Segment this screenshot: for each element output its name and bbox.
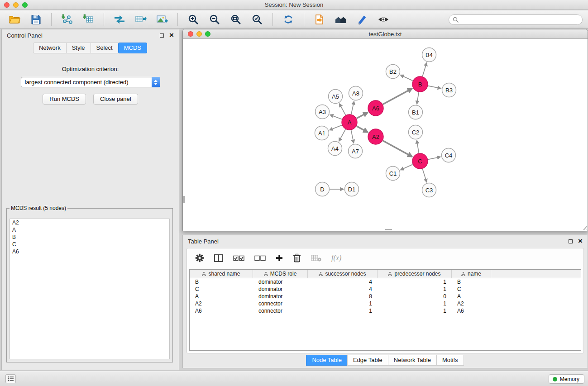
panel-toggle-button[interactable] (5, 374, 16, 383)
network-edge[interactable] (428, 157, 440, 160)
column-header[interactable]: name (452, 270, 491, 278)
network-view-window[interactable]: testGlobe.txt B4B2BB3A8A5A6A3B1AC2A1A2A4… (182, 29, 588, 231)
result-item[interactable]: B (10, 234, 169, 241)
close-network-window-button[interactable] (188, 31, 193, 37)
resize-grip-icon[interactable] (582, 225, 587, 230)
network-edge[interactable] (339, 129, 345, 141)
horizontal-scroll-thumb[interactable] (385, 229, 392, 230)
zoom-window-button[interactable] (22, 2, 28, 8)
close-table-panel-icon[interactable]: × (578, 238, 583, 244)
table-cell[interactable]: 8 (308, 293, 378, 300)
column-header[interactable]: predecessor nodes (378, 270, 452, 278)
tab-network-table[interactable]: Network Table (388, 355, 437, 366)
column-header[interactable]: shared name (190, 270, 253, 278)
network-node[interactable]: B (412, 76, 428, 92)
zoom-in-button[interactable] (184, 12, 202, 27)
network-node[interactable]: A5 (329, 90, 343, 104)
table-cell[interactable]: B (190, 279, 253, 285)
network-edge[interactable] (422, 169, 426, 182)
zoom-network-window-button[interactable] (205, 31, 210, 37)
criterion-dropdown[interactable]: largest connected component (directed) (21, 77, 160, 87)
search-input[interactable] (461, 16, 578, 23)
network-edge[interactable] (422, 63, 426, 76)
table-cell[interactable]: B (452, 279, 491, 285)
result-item[interactable]: A6 (10, 248, 169, 255)
tab-network[interactable]: Network (33, 43, 67, 53)
save-session-button[interactable] (27, 12, 45, 27)
table-row[interactable]: A2connector11A2 (190, 300, 581, 307)
network-edge[interactable] (351, 130, 354, 143)
column-header[interactable]: MCDS role (253, 270, 308, 278)
network-node[interactable]: A6 (368, 100, 383, 116)
apply-layout-button[interactable] (279, 12, 297, 27)
result-item[interactable]: C (10, 241, 169, 248)
minimize-network-window-button[interactable] (196, 31, 202, 37)
network-node[interactable]: A4 (328, 142, 342, 156)
network-edge[interactable] (351, 101, 354, 114)
function-builder-button[interactable]: f(x) (331, 254, 341, 262)
table-cell[interactable]: 4 (308, 279, 378, 285)
mcds-result-list[interactable]: A2ABCA6 (10, 219, 170, 359)
network-node[interactable]: B4 (422, 48, 436, 62)
result-item[interactable]: A2 (10, 219, 169, 226)
table-cell[interactable]: A6 (452, 308, 491, 314)
table-cell[interactable]: connector (253, 300, 308, 307)
network-node[interactable]: C1 (386, 167, 400, 181)
export-image-button[interactable] (153, 12, 171, 27)
network-node[interactable]: C2 (409, 125, 423, 139)
table-cell[interactable]: 1 (378, 286, 452, 292)
table-cell[interactable]: 4 (308, 286, 378, 292)
tab-style[interactable]: Style (66, 43, 91, 53)
network-node[interactable]: C4 (442, 148, 456, 162)
network-node[interactable]: C (412, 153, 428, 169)
network-window-titlebar[interactable]: testGlobe.txt (183, 29, 588, 39)
table-cell[interactable]: A6 (190, 308, 253, 314)
table-cell[interactable]: 1 (378, 308, 452, 314)
table-cell[interactable]: C (452, 286, 491, 292)
table-cell[interactable]: connector (253, 308, 308, 314)
annotation-mode-button[interactable] (353, 12, 371, 27)
network-node[interactable]: D (316, 182, 330, 196)
unselect-all-columns-button[interactable] (254, 255, 266, 261)
network-edge[interactable] (330, 125, 342, 130)
network-edge[interactable] (428, 86, 441, 89)
zoom-out-button[interactable] (206, 12, 224, 27)
document-export-button[interactable] (311, 12, 329, 27)
column-header[interactable]: successor nodes (308, 270, 378, 278)
table-cell[interactable]: 1 (378, 279, 452, 285)
network-node[interactable]: A1 (315, 126, 329, 140)
show-columns-button[interactable] (214, 254, 223, 262)
network-edge[interactable] (401, 75, 413, 81)
table-cell[interactable]: dominator (253, 293, 308, 300)
create-column-button[interactable] (276, 254, 283, 262)
table-cell[interactable]: A2 (452, 300, 491, 307)
delete-column-button[interactable] (293, 253, 301, 262)
table-cell[interactable]: dominator (253, 279, 308, 285)
close-panel-icon[interactable]: × (169, 33, 174, 38)
table-cell[interactable]: 1 (308, 308, 378, 314)
export-table-button[interactable] (132, 12, 150, 27)
network-node[interactable]: D1 (345, 182, 359, 196)
import-table-button[interactable] (79, 12, 97, 27)
network-node[interactable]: B2 (386, 65, 400, 79)
network-edge[interactable] (401, 164, 413, 170)
tab-edge-table[interactable]: Edge Table (347, 355, 388, 366)
import-network-button[interactable] (58, 12, 76, 27)
network-node[interactable]: A (342, 114, 357, 130)
network-edge[interactable] (357, 126, 368, 133)
delete-table-button[interactable] (311, 254, 321, 262)
close-panel-button[interactable]: Close panel (93, 94, 138, 105)
network-canvas[interactable]: B4B2BB3A8A5A6A3B1AC2A1A2A4A7C4CC1DD1C3 (183, 39, 587, 230)
network-edge[interactable] (383, 89, 412, 105)
table-cell[interactable]: 1 (308, 300, 378, 307)
zoom-fit-button[interactable] (227, 12, 245, 27)
select-all-columns-button[interactable] (233, 255, 244, 261)
run-mcds-button[interactable]: Run MCDS (43, 94, 86, 105)
network-node[interactable]: B1 (409, 105, 423, 119)
titlebar[interactable]: Session: New Session (0, 0, 588, 10)
table-cell[interactable]: 1 (378, 300, 452, 307)
tab-select[interactable]: Select (91, 43, 119, 53)
table-cell[interactable]: A (190, 293, 253, 300)
network-node[interactable]: A3 (316, 105, 330, 119)
home-views-button[interactable] (332, 12, 350, 27)
